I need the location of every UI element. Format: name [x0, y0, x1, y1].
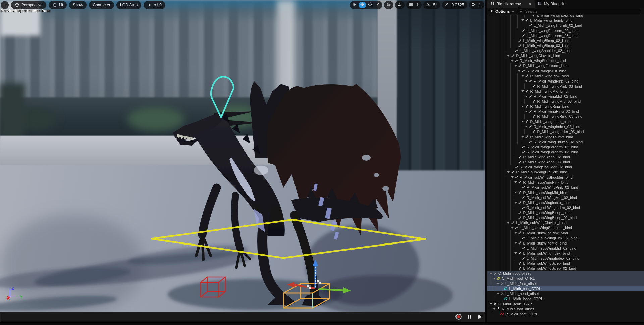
expand-arrow-icon[interactable] — [496, 293, 500, 294]
character-button[interactable]: Character — [89, 1, 114, 9]
tree-row[interactable]: R_Midir_wingClavicle_bind — [487, 53, 644, 58]
tree-row[interactable]: C_Midir_root_offset — [487, 271, 644, 276]
lod-auto-button[interactable]: LOD Auto — [116, 1, 141, 9]
expand-arrow-icon[interactable] — [521, 106, 525, 107]
tree-row[interactable]: L_Midir_head_offset — [487, 291, 644, 296]
gizmo-x-arrow[interactable] — [287, 282, 295, 288]
record-button[interactable] — [455, 314, 462, 321]
expand-arrow-icon[interactable] — [489, 273, 493, 274]
expand-arrow-icon[interactable] — [496, 283, 500, 284]
perspective-button[interactable]: Perspective — [11, 1, 46, 9]
tree-row[interactable]: R_Midir_subWingIndex_bind — [487, 200, 644, 205]
view-mode-lit-button[interactable]: Lit — [49, 1, 67, 9]
scale-snap-button[interactable] — [443, 2, 450, 8]
tree-row[interactable]: R_Midir_subWingShoulder_bind — [487, 175, 644, 180]
select-tool-button[interactable] — [351, 2, 358, 8]
tree-row[interactable]: R_Midir_wingRing_bind — [487, 104, 644, 109]
show-button[interactable]: Show — [69, 1, 87, 9]
timeline-track[interactable] — [1, 313, 458, 322]
tree-row[interactable]: R_Midir_wingForearm_03_bind — [487, 150, 644, 155]
viewport-3d[interactable]: Previewing Reference Pose PerspectiveLit… — [0, 0, 485, 312]
expand-arrow-icon[interactable] — [510, 227, 514, 229]
expand-arrow-icon[interactable] — [514, 202, 518, 204]
tree-row[interactable]: R_Midir_wingIndex_02_bind — [487, 124, 644, 129]
tree-row[interactable]: R_Midir_wingRing_03_bind — [487, 114, 644, 119]
tree-row[interactable]: L_Midir_wingThumb_bind — [487, 18, 644, 23]
pause-button[interactable] — [465, 314, 473, 321]
tab-my-blueprint[interactable]: My Blueprint — [535, 0, 570, 8]
tree-row[interactable]: L_Midir_foot_CTRL — [487, 286, 644, 291]
tree-row[interactable]: R_Midir_wingPink_02_bind — [487, 78, 644, 84]
surface-snap-button[interactable] — [396, 2, 404, 8]
right-foot-control-shape[interactable] — [201, 277, 225, 297]
tree-row[interactable]: R_Midir_wingIndex_03_bind — [487, 129, 644, 134]
tree-row[interactable]: R_Midir_wingBicep_02_bind — [487, 155, 644, 160]
tree-row[interactable]: C_Midir_root_CTRL — [487, 276, 644, 281]
expand-arrow-icon[interactable] — [507, 222, 511, 224]
tree-row[interactable]: R_Midir_subWingPink_02_bind — [487, 185, 644, 190]
tree-row[interactable]: R_Midir_wingShoulder_bind — [487, 58, 644, 63]
options-button[interactable]: Options — [490, 9, 514, 14]
rotate-tool-button[interactable] — [366, 2, 374, 8]
expand-arrow-icon[interactable] — [521, 90, 525, 92]
search-input[interactable] — [525, 9, 639, 13]
translate-gizmo[interactable] — [287, 260, 351, 293]
tree-row[interactable]: L_Midir_wingThumb_02_bind — [487, 23, 644, 28]
expand-arrow-icon[interactable] — [514, 252, 518, 254]
tree-row[interactable]: L_Midir_wingShoulder_02_bind — [487, 48, 644, 53]
tree-row[interactable]: R_Midir_wingPink_bind — [487, 73, 644, 78]
expand-arrow-icon[interactable] — [524, 96, 528, 97]
coordinate-space-button[interactable] — [385, 2, 392, 8]
expand-arrow-icon[interactable] — [514, 65, 518, 67]
tree-row[interactable]: R_Midir_subWingIndex_02_bind — [487, 205, 644, 210]
expand-arrow-icon[interactable] — [521, 75, 525, 77]
rotation-snap-button[interactable] — [424, 2, 432, 8]
root-control-shape[interactable] — [152, 220, 425, 258]
tree-row[interactable]: L_Midir_subWingIndex_02_bind — [487, 256, 644, 261]
tree-row[interactable]: R_Midir_wingMid_03_bind — [487, 99, 644, 104]
tree-row[interactable]: R_Midir_wingForearm_02_bind — [487, 144, 644, 149]
tree-row[interactable]: L_Midir_subWingPink_02_bind — [487, 235, 644, 240]
tree-row[interactable]: L_Midir_wingBicep_02_bind — [487, 38, 644, 43]
tree-row[interactable]: R_Midir_wingShoulder_02_bind — [487, 165, 644, 170]
tree-row[interactable]: R_Midir_foot_offset — [487, 306, 644, 311]
head-control-shape[interactable] — [211, 77, 233, 117]
tree-row[interactable]: R_Midir_wingRing_02_bind — [487, 109, 644, 114]
tree-row[interactable]: L_Midir_wingForearm_02_bind — [487, 28, 644, 33]
expand-arrow-icon[interactable] — [493, 308, 496, 310]
expand-arrow-icon[interactable] — [514, 181, 518, 183]
tree-row[interactable]: R_Midir_subWingBicep_bind — [487, 210, 644, 215]
tree-row[interactable]: L_Midir_subWingClavicle_bind — [487, 220, 644, 225]
tree-row[interactable]: R_Midir_subWingBicep_02_bind — [487, 215, 644, 220]
expand-arrow-icon[interactable] — [524, 126, 528, 127]
rig-hierarchy-tree[interactable]: L_Midir_wingIndex_03_bindL_Midir_wingThu… — [487, 15, 644, 322]
tree-row[interactable]: R_Midir_subWingPink_bind — [487, 180, 644, 185]
expand-arrow-icon[interactable] — [493, 278, 496, 279]
tree-row[interactable]: C_Midir_scale_GRP — [487, 301, 644, 306]
search-box[interactable] — [517, 9, 641, 14]
expand-arrow-icon[interactable] — [514, 192, 518, 193]
tree-row[interactable]: R_Midir_subWingMid_02_bind — [487, 195, 644, 200]
expand-arrow-icon[interactable] — [489, 303, 493, 305]
tab-rig-hierarchy[interactable]: Rig Hierarchy ✕ — [487, 0, 535, 8]
expand-arrow-icon[interactable] — [521, 121, 525, 122]
expand-arrow-icon[interactable] — [524, 80, 528, 82]
tree-row[interactable]: R_Midir_foot_CTRL — [487, 312, 644, 317]
tree-row[interactable]: R_Midir_wingThumb_02_bind — [487, 139, 644, 144]
tree-row[interactable]: L_Midir_wingForearm_03_bind — [487, 33, 644, 38]
tree-row[interactable]: L_Midir_subWingMid_bind — [487, 240, 644, 246]
expand-arrow-icon[interactable] — [510, 176, 514, 178]
expand-arrow-icon[interactable] — [514, 242, 518, 244]
viewport-menu-button[interactable] — [1, 1, 9, 9]
tree-row[interactable]: L_Midir_foot_offset — [487, 281, 644, 286]
expand-arrow-icon[interactable] — [521, 136, 525, 138]
tree-row[interactable]: L_Midir_subWingBicep_bind — [487, 261, 644, 266]
step-forward-button[interactable] — [476, 314, 483, 321]
tree-row[interactable]: L_Midir_subWingBicep_02_bind — [487, 266, 644, 271]
tree-row[interactable]: R_Midir_wingForearm_bind — [487, 63, 644, 68]
move-tool-button[interactable] — [359, 2, 366, 8]
expand-arrow-icon[interactable] — [521, 19, 525, 21]
tree-row[interactable]: L_Midir_wingIndex_03_bind — [487, 15, 644, 18]
tree-row[interactable]: R_Midir_wingPink_03_bind — [487, 84, 644, 89]
playback-speed-button[interactable]: x1.0 — [144, 1, 165, 9]
